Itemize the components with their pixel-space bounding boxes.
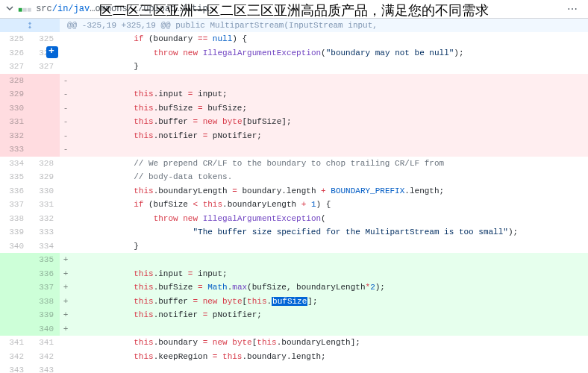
line-number-old[interactable]: 332 — [0, 129, 30, 143]
code-content: this.buffer = new byte[bufSize]; — [72, 115, 588, 129]
diff-line: 339333 "The buffer size specified for th… — [0, 225, 588, 239]
line-number-old[interactable]: 333 — [0, 142, 30, 157]
diff-mark — [60, 46, 72, 60]
line-number-old[interactable]: 336 — [0, 184, 30, 198]
add-comment-icon[interactable] — [46, 46, 58, 58]
line-number-new[interactable]: 332 — [30, 212, 60, 226]
line-number-new[interactable] — [30, 115, 60, 129]
diff-mark — [60, 239, 72, 254]
code-content: throw new IllegalArgumentException("boun… — [72, 46, 588, 60]
line-number-old[interactable] — [0, 280, 30, 295]
diff-line: 338+ this.buffer = new byte[this.bufSize… — [0, 295, 588, 309]
line-number-old[interactable]: 327 — [0, 60, 30, 74]
line-number-new[interactable]: 340 — [30, 322, 60, 336]
line-number-old[interactable] — [0, 322, 30, 336]
file-actions-menu-icon[interactable]: ⋯ — [563, 3, 582, 15]
file-path[interactable]: src/in/jav…ommons/…/upload…/ltip… — [36, 4, 563, 14]
diff-mark: + — [60, 308, 72, 322]
line-number-old[interactable]: 329 — [0, 87, 30, 101]
line-number-old[interactable] — [0, 295, 30, 309]
line-number-new[interactable]: 336 — [30, 267, 60, 281]
line-number-new[interactable]: 337 — [30, 280, 60, 295]
code-content: this.notifier = pNotifier; — [72, 129, 588, 143]
line-number-new[interactable] — [30, 101, 60, 116]
line-number-old[interactable]: 326 — [0, 46, 30, 60]
diff-line: 328- — [0, 74, 588, 88]
line-number-new[interactable]: 325 — [30, 32, 60, 46]
line-number-old[interactable]: 338 — [0, 212, 30, 226]
line-number-old[interactable]: 330 — [0, 101, 30, 116]
diff-mark: + — [60, 295, 72, 309]
line-number-new[interactable]: 339 — [30, 308, 60, 322]
line-number-new[interactable]: 341 — [30, 336, 60, 350]
diff-mark: - — [60, 142, 72, 157]
line-number-new[interactable] — [30, 142, 60, 157]
diff-mark — [60, 350, 72, 364]
line-number-old[interactable]: 341 — [0, 336, 30, 350]
code-content: } — [72, 239, 588, 254]
line-number-new[interactable]: 330 — [30, 184, 60, 198]
line-number-new[interactable] — [30, 87, 60, 101]
expand-icon[interactable] — [0, 19, 60, 32]
code-content: this.buffer = new byte[this.bufSize]; — [72, 295, 588, 309]
diff-mark: - — [60, 101, 72, 116]
diff-mark: + — [60, 253, 72, 267]
line-number-new[interactable]: 333 — [30, 225, 60, 239]
line-number-new[interactable]: 327 — [30, 60, 60, 74]
code-content: if (boundary == null) { — [72, 32, 588, 46]
code-content: this.bufSize = bufSize; — [72, 101, 588, 116]
code-content — [72, 253, 588, 267]
diff-line: 326326 throw new IllegalArgumentExceptio… — [0, 46, 588, 60]
line-number-new[interactable]: 335 — [30, 253, 60, 267]
line-number-new[interactable]: 342 — [30, 350, 60, 364]
line-number-new[interactable]: 343 — [30, 363, 60, 373]
diff-mark: + — [60, 322, 72, 336]
diff-mark: - — [60, 129, 72, 143]
diff-mark — [60, 198, 72, 212]
line-number-new[interactable]: 334 — [30, 239, 60, 254]
diff-line: 337+ this.bufSize = Math.max(bufSize, bo… — [0, 280, 588, 295]
line-number-old[interactable] — [0, 253, 30, 267]
code-content: // We prepend CR/LF to the boundary to c… — [72, 157, 588, 171]
line-number-old[interactable]: 328 — [0, 74, 30, 88]
line-number-old[interactable]: 343 — [0, 363, 30, 373]
line-number-new[interactable] — [30, 129, 60, 143]
line-number-new[interactable]: 329 — [30, 170, 60, 184]
diff-mark: - — [60, 74, 72, 88]
line-number-old[interactable]: 342 — [0, 350, 30, 364]
code-content: this.notifier = pNotifier; — [72, 308, 588, 322]
diff-mark — [60, 170, 72, 184]
line-number-old[interactable]: 340 — [0, 239, 30, 254]
code-content — [72, 363, 588, 373]
diff-mark — [60, 60, 72, 74]
code-content: this.input = input; — [72, 267, 588, 281]
chevron-down-icon[interactable] — [6, 4, 13, 14]
diff-mark — [60, 184, 72, 198]
diff-line: 336+ this.input = input; — [0, 267, 588, 281]
diff-line: 340334 } — [0, 239, 588, 254]
line-number-old[interactable]: 337 — [0, 198, 30, 212]
line-number-old[interactable] — [0, 308, 30, 322]
diff-line: 339+ this.notifier = pNotifier; — [0, 308, 588, 322]
diff-mark: - — [60, 115, 72, 129]
line-number-new[interactable]: 328 — [30, 157, 60, 171]
code-content: if (bufSize < this.boundaryLength + 1) { — [72, 198, 588, 212]
code-content: this.boundaryLength = boundary.length + … — [72, 184, 588, 198]
line-number-new[interactable]: 331 — [30, 198, 60, 212]
line-number-old[interactable]: 334 — [0, 157, 30, 171]
code-content: this.boundary = new byte[this.boundaryLe… — [72, 336, 588, 350]
diff-line: 329- this.input = input; — [0, 87, 588, 101]
line-number-old[interactable] — [0, 267, 30, 281]
diff-mark — [60, 157, 72, 171]
code-content: // body-data tokens. — [72, 170, 588, 184]
line-number-new[interactable] — [30, 74, 60, 88]
code-content: throw new IllegalArgumentException( — [72, 212, 588, 226]
line-number-old[interactable]: 331 — [0, 115, 30, 129]
diff-line: 343343 — [0, 363, 588, 373]
diff-line: 335+ — [0, 253, 588, 267]
line-number-old[interactable]: 335 — [0, 170, 30, 184]
line-number-old[interactable]: 325 — [0, 32, 30, 46]
line-number-new[interactable]: 338 — [30, 295, 60, 309]
diff-mark — [60, 363, 72, 373]
line-number-old[interactable]: 339 — [0, 225, 30, 239]
